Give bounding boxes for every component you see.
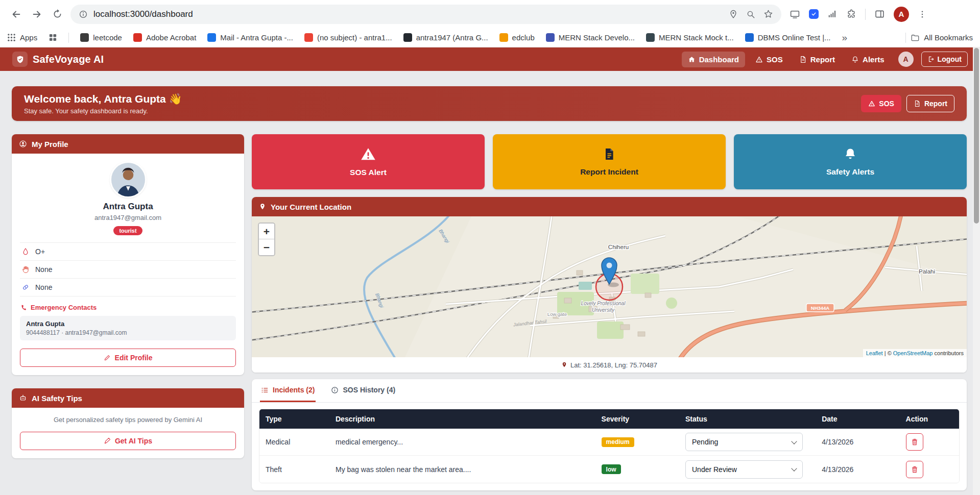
tab-sos-history[interactable]: SOS History (4) — [330, 379, 396, 402]
bookmarks-bar: Apps leetcode Adobe Acrobat Mail - Antra… — [0, 28, 980, 47]
apps-shortcut[interactable]: Apps — [7, 33, 37, 42]
map-zoom-control: + − — [258, 222, 275, 256]
sos-button[interactable]: SOS — [861, 95, 901, 112]
user-avatar[interactable]: A — [898, 52, 914, 67]
col-header-description: Description — [329, 415, 595, 423]
home-icon — [688, 56, 696, 63]
report-button-label: Report — [924, 100, 947, 108]
browser-window: localhost:3000/dashboard — [0, 0, 980, 495]
ai-tips-header: AI Safety Tips — [12, 388, 244, 408]
brand[interactable]: SafeVoyage AI — [12, 52, 104, 67]
get-ai-tips-button[interactable]: Get AI Tips — [20, 432, 236, 450]
report-incident-label: Report Incident — [580, 167, 638, 177]
zoom-in-button[interactable]: + — [259, 224, 274, 239]
bookmark-item[interactable]: (no subject) - antra1... — [304, 33, 392, 42]
side-panel-icon[interactable] — [874, 9, 885, 19]
osm-link[interactable]: OpenStreetMap — [893, 350, 933, 356]
tab-incidents[interactable]: Incidents (2) — [260, 379, 316, 402]
map-label-area: Low gate — [547, 311, 567, 317]
document-icon — [602, 147, 616, 161]
bookmark-item[interactable]: MERN Stack Mock t... — [646, 33, 734, 42]
refresh-button[interactable] — [47, 4, 67, 24]
grid-shortcut-icon[interactable] — [49, 33, 57, 42]
bookmark-item[interactable]: Adobe Acrobat — [133, 33, 196, 42]
extensions-puzzle-icon[interactable] — [846, 9, 856, 19]
signal-icon[interactable] — [827, 9, 838, 19]
apps-grid-icon — [7, 33, 16, 42]
scrollbar-thumb[interactable] — [974, 48, 979, 224]
toolbar-divider — [865, 9, 866, 20]
nav-report[interactable]: Report — [793, 52, 841, 67]
pinned-extension-icon[interactable] — [809, 9, 819, 19]
bookmark-label: MERN Stack Mock t... — [659, 33, 734, 42]
bookmark-item[interactable]: edclub — [499, 33, 535, 42]
delete-incident-button[interactable] — [906, 433, 923, 451]
menu-kebab-icon[interactable] — [918, 10, 927, 19]
bookmark-item[interactable]: leetcode — [80, 33, 122, 42]
bookmark-item[interactable]: MERN Stack Develo... — [546, 33, 635, 42]
attribution-separator: | © — [883, 350, 893, 356]
browser-toolbar: localhost:3000/dashboard — [0, 0, 980, 28]
folder-icon — [911, 33, 920, 42]
bell-icon — [851, 56, 859, 63]
nav-alerts[interactable]: Alerts — [845, 52, 891, 67]
report-incident-card[interactable]: Report Incident — [493, 134, 726, 189]
bookmark-item[interactable]: DBMS Online Test |... — [745, 33, 831, 42]
map-attribution: Leaflet | © OpenStreetMap contributors — [863, 349, 967, 357]
site-info-icon[interactable] — [79, 10, 88, 19]
report-button[interactable]: Report — [906, 95, 954, 112]
bell-icon — [843, 147, 857, 161]
table-header-row: Type Description Severity Status Date Ac… — [259, 409, 959, 429]
info-icon — [331, 386, 339, 394]
bookmark-star-icon[interactable] — [763, 9, 773, 19]
nav-sos[interactable]: SOS — [749, 52, 789, 67]
cast-icon[interactable] — [790, 9, 800, 19]
browser-profile-avatar[interactable]: A — [894, 7, 909, 22]
incident-type: Medical — [259, 438, 329, 446]
zoom-out-button[interactable]: − — [259, 239, 274, 255]
tab-incidents-label: Incidents (2) — [273, 386, 315, 394]
bookmark-favicon — [207, 33, 216, 42]
location-permission-icon[interactable] — [729, 10, 738, 19]
delete-incident-button[interactable] — [906, 461, 923, 478]
safety-alerts-card[interactable]: Safety Alerts — [734, 134, 967, 189]
warning-icon — [868, 100, 875, 107]
edit-profile-label: Edit Profile — [115, 354, 153, 362]
map-label-university-1: Lovely Professional — [581, 301, 626, 306]
brand-title: SafeVoyage AI — [33, 54, 104, 65]
forward-button[interactable] — [27, 4, 47, 24]
logout-icon — [927, 56, 935, 63]
table-row: Theft My bag was stolen near the market … — [259, 456, 959, 483]
profile-card-title: My Profile — [32, 140, 68, 148]
sos-alert-card[interactable]: SOS Alert — [252, 134, 485, 189]
incidents-table: Type Description Severity Status Date Ac… — [259, 409, 960, 483]
quick-actions: SOS Alert Report Incident — [252, 134, 967, 189]
bookmark-favicon — [133, 33, 142, 42]
bookmark-favicon — [646, 33, 655, 42]
bookmarks-overflow-chevron[interactable]: » — [842, 32, 848, 43]
map-label-village: Palahi — [919, 268, 935, 275]
all-bookmarks[interactable]: All Bookmarks — [911, 33, 973, 42]
attribution-contributors: contributors — [933, 350, 964, 356]
profile-card: My Profile Antra Gupta antra1947@gmail.c… — [12, 134, 244, 375]
bookmark-item[interactable]: antra1947 (Antra G... — [403, 33, 488, 42]
back-button[interactable] — [6, 4, 27, 24]
bookmark-label: Mail - Antra Gupta -... — [220, 33, 293, 42]
search-lens-icon[interactable] — [746, 10, 755, 19]
emergency-contact-item: Antra Gupta 9044488117 · antra1947@gmail… — [20, 316, 236, 340]
logout-button[interactable]: Logout — [921, 52, 968, 67]
leaflet-link[interactable]: Leaflet — [866, 350, 883, 356]
nav-dashboard[interactable]: Dashboard — [682, 52, 745, 67]
status-select[interactable]: Under Review — [685, 460, 803, 479]
bookmarks-divider — [68, 33, 69, 43]
role-badge: tourist — [113, 226, 142, 235]
map[interactable]: NH344A Chiheru Lovely Professional Unive… — [252, 216, 967, 357]
bookmark-item[interactable]: Mail - Antra Gupta -... — [207, 33, 293, 42]
address-bar[interactable]: localhost:3000/dashboard — [70, 5, 781, 24]
status-select[interactable]: Pending — [685, 433, 803, 451]
bookmark-favicon — [304, 33, 313, 42]
map-tiles: NH344A Chiheru Lovely Professional Unive… — [252, 216, 967, 357]
edit-profile-button[interactable]: Edit Profile — [20, 349, 236, 367]
warning-icon — [755, 56, 763, 63]
nav-label: Report — [810, 55, 835, 64]
